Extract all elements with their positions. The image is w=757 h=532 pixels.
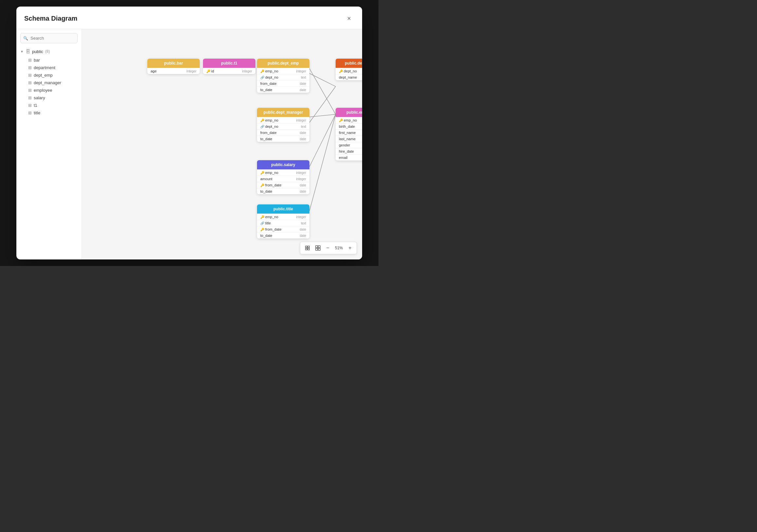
- table-col-row: 🔑dept_no text: [336, 68, 362, 74]
- table-icon: ⊞: [28, 73, 32, 78]
- table-icon: ⊞: [28, 110, 32, 115]
- search-input[interactable]: [20, 33, 77, 43]
- canvas-table-public_employee[interactable]: public.employee 🔑emp_no integer birth_da…: [336, 108, 362, 161]
- svg-line-3: [309, 114, 336, 117]
- zoom-out-button[interactable]: −: [324, 244, 332, 252]
- table-icon: ⊞: [28, 58, 32, 63]
- search-box: 🔍: [20, 33, 77, 43]
- table-col-row: to_date date: [257, 232, 309, 238]
- sidebar-table-dept_emp[interactable]: ⊞dept_emp: [25, 72, 79, 79]
- sidebar-table-department[interactable]: ⊞department: [25, 64, 79, 72]
- canvas-table-public_department[interactable]: public.department 🔑dept_no text dept_nam…: [336, 59, 362, 80]
- table-icon: ⊞: [28, 80, 32, 85]
- sidebar-panel: 🔍 ▼ 🗄 public (8) ⊞bar⊞department⊞dept_em…: [16, 29, 82, 260]
- table-icon: ⊞: [28, 88, 32, 93]
- svg-rect-9: [308, 248, 309, 250]
- sidebar-table-t1[interactable]: ⊞t1: [25, 102, 79, 109]
- table-col-row: to_date date: [257, 136, 309, 142]
- canvas-table-public_t1[interactable]: public.t1 🔑id integer: [203, 59, 256, 74]
- table-header: public.salary: [257, 160, 309, 169]
- table-header: public.title: [257, 204, 309, 214]
- chevron-down-icon: ▼: [20, 50, 24, 53]
- table-icon: ⊞: [28, 65, 32, 70]
- table-col-row: first_name text: [336, 129, 362, 136]
- canvas-area[interactable]: public.bar age integer public.t1 🔑id int…: [82, 29, 362, 260]
- svg-rect-8: [306, 248, 307, 250]
- table-col-row: 🔑id integer: [203, 68, 256, 74]
- table-header: public.t1: [203, 59, 256, 68]
- svg-rect-11: [318, 246, 320, 248]
- schema-icon: 🗄: [25, 49, 30, 54]
- schema-diagram-modal: Schema Diagram × 🔍 ▼ 🗄 public (8) ⊞bar⊞d…: [16, 7, 362, 260]
- svg-rect-12: [316, 248, 318, 250]
- table-header: public.bar: [147, 59, 200, 68]
- table-col-row: to_date date: [257, 188, 309, 194]
- zoom-controls: − 51% +: [300, 242, 357, 254]
- table-col-row: dept_name text: [336, 74, 362, 80]
- table-icon: ⊞: [28, 95, 32, 100]
- table-col-row: amount integer: [257, 175, 309, 182]
- table-col-row: 🔗dept_no text: [257, 123, 309, 129]
- fit-view-button[interactable]: [303, 243, 312, 253]
- search-icon: 🔍: [23, 36, 28, 41]
- table-col-row: from_date date: [257, 129, 309, 136]
- table-col-row: email text: [336, 154, 362, 161]
- zoom-in-button[interactable]: +: [346, 244, 354, 252]
- table-col-row: 🔑emp_no integer: [336, 117, 362, 123]
- table-col-row: 🔗dept_no text: [257, 74, 309, 80]
- sidebar-table-salary[interactable]: ⊞salary: [25, 94, 79, 102]
- table-header: public.department: [336, 59, 362, 68]
- table-col-row: age integer: [147, 68, 200, 74]
- svg-line-0: [309, 73, 336, 86]
- canvas-table-public_salary[interactable]: public.salary 🔑emp_no integer amount int…: [257, 160, 309, 194]
- svg-line-5: [309, 114, 336, 211]
- svg-line-2: [309, 86, 336, 122]
- modal-title: Schema Diagram: [24, 15, 77, 22]
- sidebar-table-title[interactable]: ⊞title: [25, 109, 79, 117]
- table-header: public.dept_emp: [257, 59, 309, 68]
- modal-body: 🔍 ▼ 🗄 public (8) ⊞bar⊞department⊞dept_em…: [16, 29, 362, 260]
- close-button[interactable]: ×: [344, 13, 354, 24]
- svg-rect-7: [308, 246, 309, 248]
- schema-name: public: [32, 49, 43, 54]
- table-list: ⊞bar⊞department⊞dept_emp⊞dept_manager⊞em…: [19, 56, 79, 117]
- table-header: public.employee: [336, 108, 362, 117]
- table-col-row: 🔗title text: [257, 220, 309, 226]
- table-icon: ⊞: [28, 103, 32, 108]
- svg-rect-6: [306, 246, 307, 248]
- table-col-row: hire_date date: [336, 148, 362, 154]
- table-col-row: 🔑emp_no integer: [257, 169, 309, 175]
- table-col-row: 🔑from_date date: [257, 182, 309, 188]
- canvas-table-public_bar[interactable]: public.bar age integer: [147, 59, 200, 74]
- svg-rect-10: [316, 246, 318, 248]
- schema-group: ▼ 🗄 public (8) ⊞bar⊞department⊞dept_emp⊞…: [16, 47, 81, 117]
- table-col-row: 🔑emp_no integer: [257, 117, 309, 123]
- table-col-row: birth_date date: [336, 123, 362, 129]
- table-col-row: 🔑emp_no integer: [257, 214, 309, 220]
- svg-line-1: [309, 69, 336, 114]
- sidebar-table-employee[interactable]: ⊞employee: [25, 86, 79, 94]
- table-col-row: to_date date: [257, 86, 309, 93]
- svg-rect-13: [318, 248, 320, 250]
- canvas-table-public_title[interactable]: public.title 🔑emp_no integer 🔗title text…: [257, 204, 309, 238]
- table-col-row: gender text: [336, 142, 362, 148]
- table-col-row: last_name text: [336, 136, 362, 142]
- canvas-table-public_dept_manager[interactable]: public.dept_manager 🔑emp_no integer 🔗dep…: [257, 108, 309, 142]
- table-col-row: 🔑from_date date: [257, 226, 309, 232]
- modal-header: Schema Diagram ×: [16, 7, 362, 29]
- grid-view-button[interactable]: [313, 243, 322, 253]
- canvas-table-public_dept_emp[interactable]: public.dept_emp 🔑emp_no integer 🔗dept_no…: [257, 59, 309, 93]
- table-col-row: from_date date: [257, 80, 309, 86]
- sidebar-table-dept_manager[interactable]: ⊞dept_manager: [25, 79, 79, 86]
- table-header: public.dept_manager: [257, 108, 309, 117]
- svg-line-4: [309, 114, 336, 167]
- schema-count: (8): [45, 49, 50, 54]
- table-col-row: 🔑emp_no integer: [257, 68, 309, 74]
- schema-header[interactable]: ▼ 🗄 public (8): [19, 47, 79, 56]
- sidebar-table-bar[interactable]: ⊞bar: [25, 56, 79, 64]
- zoom-level: 51%: [333, 246, 345, 250]
